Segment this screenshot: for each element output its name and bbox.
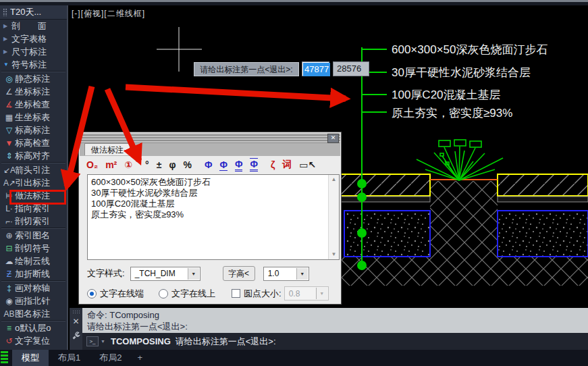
break-line-icon: Ƶ bbox=[3, 269, 15, 279]
section-symbol-icon: ⊟ bbox=[3, 244, 15, 253]
word-picker-icon[interactable]: 词 bbox=[282, 159, 292, 171]
sidebar-item-coord-check[interactable]: ∡坐标检查 bbox=[0, 98, 67, 111]
dynamic-input-y[interactable]: 28576 bbox=[333, 61, 369, 76]
plus-minus-icon[interactable]: ± bbox=[157, 159, 162, 170]
sidebar-item-elevation-check[interactable]: ▼标高检查 bbox=[0, 136, 67, 149]
sidebar-item-elevation-align[interactable]: ⇕标高对齐 bbox=[0, 149, 67, 162]
dynamic-input-x[interactable]: 47877 bbox=[302, 61, 329, 76]
percent-icon[interactable]: % bbox=[183, 159, 191, 170]
sidebar-item-dim-annotation[interactable]: ▶尺寸标注 bbox=[0, 45, 67, 58]
dialog-tabstrip: 做法标注 bbox=[80, 143, 340, 156]
point-index-icon: L· bbox=[3, 204, 15, 213]
sidebar-item-revision-cloud[interactable]: ☁绘制云线 bbox=[0, 255, 67, 267]
symbol-toolbar: O₂ m² ① ° ± φ % Φ Φ Φ Φ ζ 词 ▭↖ bbox=[82, 157, 323, 173]
sidebar-item-symmetry-axis[interactable]: ‡画对称轴 bbox=[0, 282, 67, 294]
chevron-down-icon[interactable]: ▼ bbox=[188, 268, 199, 280]
sidebar-item-text-table[interactable]: ▶文字表格 bbox=[0, 32, 67, 45]
close-icon[interactable]: ✕ bbox=[72, 317, 79, 326]
chevron-down-icon[interactable]: ▼ bbox=[296, 268, 308, 280]
circled-number-icon[interactable]: ① bbox=[124, 159, 132, 170]
close-icon[interactable]: ✕ bbox=[327, 134, 339, 143]
dialog-titlebar[interactable] bbox=[80, 133, 340, 143]
command-panel-grip: ✕ bbox=[70, 308, 82, 350]
m2-icon[interactable]: m² bbox=[105, 159, 117, 170]
index-title-icon: ⊕ bbox=[3, 231, 15, 240]
sidebar-item-symbol-annotation[interactable]: ▼符号标注 bbox=[0, 58, 67, 71]
annotation-line-4: 原土夯实，密实度≥93% bbox=[392, 105, 512, 121]
rebar-grade4-icon[interactable]: Φ bbox=[250, 158, 258, 172]
sidebar-item-section-symbol[interactable]: ⊟剖切符号 bbox=[0, 242, 67, 255]
sidebar-item-section[interactable]: ▶剖 面 bbox=[0, 20, 67, 32]
command-history[interactable]: 命令: TComposing 请给出标注第一点<退出>: bbox=[82, 308, 588, 333]
text-height-select[interactable]: 1.0 ▼ bbox=[263, 267, 309, 281]
tab-model[interactable]: 模型 bbox=[12, 350, 49, 366]
highlight-box bbox=[9, 190, 66, 205]
command-panel: ✕ 命令: TComposing 请给出标注第一点<退出>: >_ ▼ TCOM… bbox=[70, 308, 588, 350]
elevation-align-icon: ⇕ bbox=[3, 151, 15, 161]
chevron-down-icon: ▼ bbox=[3, 61, 11, 68]
command-prompt-icon[interactable]: >_ bbox=[86, 336, 99, 346]
top-edge bbox=[0, 0, 588, 5]
command-prompt-text: 请给出标注第一点<退出>: bbox=[176, 336, 276, 348]
cloud-icon: ☁ bbox=[3, 257, 15, 266]
history-line: 请给出标注第一点<退出>: bbox=[87, 321, 588, 332]
dynamic-input-prompt: 请给出标注第一点<退出>: bbox=[194, 62, 299, 76]
rebar-grade2-icon[interactable]: Φ bbox=[219, 159, 228, 171]
sidebar-item-coord-table[interactable]: ▦生坐标表 bbox=[0, 111, 67, 124]
radio-label: 文字在线上 bbox=[171, 288, 215, 300]
active-command: TCOMPOSING bbox=[111, 336, 171, 346]
text-height-button[interactable]: 字高< bbox=[223, 266, 255, 281]
sidebar-item-section-index[interactable]: ⌐·剖切索引 bbox=[0, 215, 67, 228]
sidebar-item-leader-annotation[interactable]: A↗引出标注 bbox=[0, 176, 67, 189]
chevron-down-icon[interactable]: ▼ bbox=[101, 339, 105, 344]
symmetry-axis-icon: ‡ bbox=[3, 284, 15, 293]
wrench-icon[interactable] bbox=[72, 332, 80, 340]
sidebar-item-elevation-annotation[interactable]: ▽标高标注 bbox=[0, 124, 67, 136]
tool-palette: T20天... ▶剖 面 ▶文字表格 ▶尺寸标注 ▼符号标注 ◎静态标注 ∠坐标… bbox=[0, 5, 68, 350]
elevation-check-icon: ▼ bbox=[3, 138, 15, 148]
sidebar-item-index-title[interactable]: ⊕索引图名 bbox=[0, 229, 67, 242]
chevron-right-icon: ▶ bbox=[3, 36, 11, 42]
text-style-select[interactable]: _TCH_DIM ▼ bbox=[130, 267, 201, 281]
leader-icon: A↗ bbox=[3, 178, 15, 188]
rebar-grade1-icon[interactable]: Φ bbox=[205, 159, 213, 170]
sidebar-item-static-annotation[interactable]: ◎静态标注 bbox=[0, 72, 67, 85]
pick-text-icon[interactable]: ▭↖ bbox=[299, 159, 316, 170]
tab-method-annotation[interactable]: 做法标注 bbox=[84, 143, 130, 155]
section-index-icon: ⌐· bbox=[3, 217, 15, 226]
sidebar-item-drawing-title[interactable]: AB图名标注 bbox=[0, 307, 67, 320]
drag-grip-icon[interactable] bbox=[72, 310, 80, 313]
radio-text-at-line-end[interactable] bbox=[87, 289, 97, 298]
annotation-text-editor[interactable]: 600×300×50深灰色烧面汀步石 30厚干硬性水泥砂浆结合层 100厚C20… bbox=[87, 174, 340, 260]
phi-icon[interactable]: φ bbox=[169, 159, 176, 170]
zeta-icon[interactable]: ζ bbox=[271, 159, 275, 170]
scroll-up-icon[interactable]: ▲ bbox=[329, 175, 339, 184]
text-reset-icon: ↺ bbox=[3, 336, 15, 346]
sidebar-item-north-arrow[interactable]: ◉画指北针 bbox=[0, 294, 67, 307]
sidebar-item-break-line[interactable]: Ƶ加折断线 bbox=[0, 267, 67, 280]
new-layout-button[interactable]: + bbox=[131, 350, 149, 366]
sidebar-item-arrow-leader[interactable]: ↙A箭头引注 bbox=[0, 163, 67, 176]
palette-titlebar[interactable]: T20天... bbox=[0, 5, 67, 20]
sidebar-item-default-layer[interactable]: ≡o默认层o bbox=[0, 321, 67, 334]
tab-layout2[interactable]: 布局2 bbox=[90, 350, 131, 366]
sidebar-item-text-reset[interactable]: ↺文字复位 bbox=[0, 334, 67, 347]
viewport-controls[interactable]: [-][俯视][二维线框] bbox=[72, 8, 145, 20]
drag-grip-icon[interactable] bbox=[3, 8, 7, 16]
sidebar-item-coord-annotation[interactable]: ∠坐标标注 bbox=[0, 85, 67, 98]
dot-size-checkbox[interactable] bbox=[232, 289, 240, 298]
annotation-line-1: 600×300×50深灰色烧面汀步石 bbox=[392, 42, 548, 57]
command-column: 命令: TComposing 请给出标注第一点<退出>: >_ ▼ TCOMPO… bbox=[82, 308, 588, 350]
history-line: 命令: TComposing bbox=[87, 309, 588, 321]
radio-label: 文字在线端 bbox=[100, 288, 144, 300]
command-input-line[interactable]: >_ ▼ TCOMPOSING 请给出标注第一点<退出>: bbox=[82, 333, 588, 350]
scroll-down-icon[interactable]: ▼ bbox=[329, 250, 339, 259]
scrollbar[interactable]: ▲ ▼ bbox=[328, 175, 339, 259]
tab-layout1[interactable]: 布局1 bbox=[49, 350, 90, 366]
drawing-title-icon: AB bbox=[3, 309, 15, 319]
o2-icon[interactable]: O₂ bbox=[86, 159, 98, 170]
degree-icon[interactable]: ° bbox=[145, 159, 149, 170]
rebar-grade3-icon[interactable]: Φ bbox=[235, 159, 243, 172]
model-space-icon bbox=[1, 351, 8, 365]
radio-text-on-line[interactable] bbox=[159, 289, 168, 298]
